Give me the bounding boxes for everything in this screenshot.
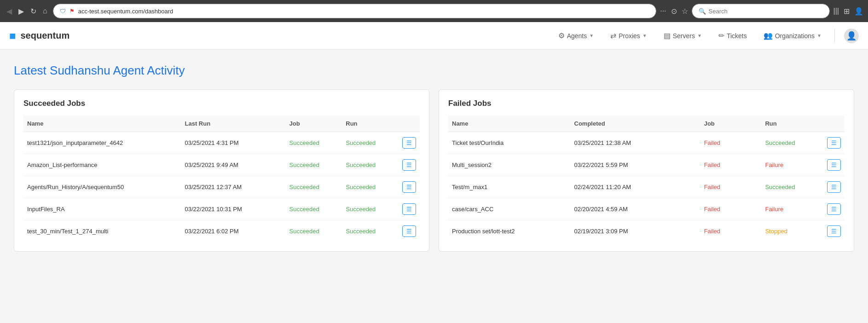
search-bar[interactable]: 🔍: [692, 4, 830, 18]
cell-name: Test/m_max1: [448, 176, 571, 198]
top-navigation: ■ sequentum ⚙ Agents ▼ ⇄ Proxies ▼ ▤ Ser…: [0, 22, 868, 50]
status-badge: Succeeded: [765, 139, 795, 146]
star-icon[interactable]: ☆: [682, 7, 688, 16]
succeeded-jobs-table: Name Last Run Job Run test1321/json_inpu…: [23, 115, 420, 242]
status-badge: Succeeded: [346, 162, 376, 168]
details-button[interactable]: ☰: [402, 137, 416, 149]
shield-icon: 🛡: [60, 8, 66, 15]
col-header-job: Job: [286, 115, 342, 132]
nav-divider: [834, 29, 835, 43]
status-badge: Succeeded: [289, 228, 319, 235]
logo-icon: ■: [9, 29, 16, 42]
cell-action: ☰: [823, 220, 845, 242]
status-badge: Failed: [704, 228, 720, 235]
browser-actions: ··· ⊙ ☆: [660, 7, 688, 16]
cell-run: Failure: [761, 154, 823, 176]
details-button[interactable]: ☰: [827, 159, 841, 171]
cell-name: case/cars_ACC: [448, 198, 571, 220]
cell-lastrun: 03/25/2021 9:49 AM: [181, 154, 286, 176]
table-row: test_30_min/Test_1_274_multi 03/22/2021 …: [23, 220, 420, 242]
details-button[interactable]: ☰: [402, 203, 416, 215]
cell-completed: 02/24/2021 11:20 AM: [571, 176, 700, 198]
failed-jobs-title: Failed Jobs: [448, 99, 845, 108]
details-button[interactable]: ☰: [402, 181, 416, 193]
cell-action: ☰: [823, 198, 845, 220]
search-input[interactable]: [709, 8, 823, 15]
reload-button[interactable]: ↻: [29, 5, 38, 17]
cell-job: Failed: [700, 220, 762, 242]
table-row: test1321/json_inputparameter_4642 03/25/…: [23, 132, 420, 154]
status-badge: Failed: [704, 206, 720, 213]
col-header-name-f: Name: [448, 115, 571, 132]
nav-organizations[interactable]: 👥 Organizations ▼: [760, 29, 825, 43]
cell-action: ☰: [399, 220, 420, 242]
cell-name: Agents/Run_History/A/sequentum50: [23, 176, 181, 198]
back-button[interactable]: ◀: [5, 5, 14, 17]
cell-lastrun: 03/25/2021 12:37 AM: [181, 176, 286, 198]
nav-tickets-label: Tickets: [727, 32, 747, 40]
nav-proxies-label: Proxies: [619, 32, 640, 40]
cell-job: Succeeded: [286, 176, 342, 198]
status-badge: Succeeded: [346, 206, 376, 213]
details-button[interactable]: ☰: [827, 181, 841, 193]
home-button[interactable]: ⌂: [41, 5, 49, 17]
cell-name: test1321/json_inputparameter_4642: [23, 132, 181, 154]
cell-completed: 03/22/2021 5:59 PM: [571, 154, 700, 176]
pocket-icon[interactable]: ⊙: [671, 7, 677, 16]
user-avatar[interactable]: 👤: [844, 29, 859, 43]
cell-name: test_30_min/Test_1_274_multi: [23, 220, 181, 242]
nav-tickets[interactable]: ✏ Tickets: [715, 29, 751, 43]
status-badge: Succeeded: [346, 184, 376, 190]
nav-servers[interactable]: ▤ Servers ▼: [660, 29, 706, 43]
status-badge: Failed: [704, 162, 720, 168]
bookmarks-icon[interactable]: |||: [833, 7, 839, 15]
details-button[interactable]: ☰: [827, 225, 841, 237]
forward-button[interactable]: ▶: [17, 5, 26, 17]
table-row: Production set/lott-test2 02/19/2021 3:0…: [448, 220, 845, 242]
status-badge: Succeeded: [346, 228, 376, 235]
status-badge: Succeeded: [765, 184, 795, 190]
layout-icon[interactable]: ⊞: [844, 7, 850, 16]
cell-lastrun: 03/22/2021 10:31 PM: [181, 198, 286, 220]
status-badge: Failure: [765, 162, 783, 168]
col-header-action-f: [823, 115, 845, 132]
status-badge: Succeeded: [289, 162, 319, 168]
sequentum-icon: ⚑: [69, 8, 75, 14]
cell-job: Failed: [700, 198, 762, 220]
details-button[interactable]: ☰: [402, 225, 416, 237]
address-bar[interactable]: 🛡 ⚑ acc-test.sequentum.com/dashboard: [53, 4, 657, 18]
columns-layout: Succeeded Jobs Name Last Run Job Run tes…: [14, 89, 854, 252]
status-badge: Failure: [765, 206, 783, 213]
servers-dropdown-icon: ▼: [697, 33, 702, 38]
cell-run: Failure: [761, 198, 823, 220]
cell-job: Succeeded: [286, 220, 342, 242]
cell-run: Succeeded: [342, 176, 399, 198]
cell-run: Succeeded: [342, 154, 399, 176]
server-icon: ▤: [664, 31, 671, 40]
cell-job: Succeeded: [286, 132, 342, 154]
details-button[interactable]: ☰: [402, 159, 416, 171]
col-header-run-f: Run: [761, 115, 823, 132]
cell-run: Succeeded: [761, 132, 823, 154]
proxy-icon: ⇄: [610, 31, 616, 40]
status-badge: Failed: [704, 139, 720, 146]
details-button[interactable]: ☰: [827, 137, 841, 149]
page-content: Latest Sudhanshu Agent Activity Succeede…: [0, 50, 868, 323]
cell-job: Failed: [700, 176, 762, 198]
nav-agents[interactable]: ⚙ Agents ▼: [555, 29, 598, 43]
details-button[interactable]: ☰: [827, 203, 841, 215]
col-header-action: [399, 115, 420, 132]
nav-proxies[interactable]: ⇄ Proxies ▼: [607, 29, 651, 43]
failed-jobs-table: Name Completed Job Run Ticket test/OurIn…: [448, 115, 845, 242]
succeeded-jobs-title: Succeeded Jobs: [23, 99, 420, 108]
more-button[interactable]: ···: [660, 7, 666, 15]
agent-icon: ⚙: [558, 31, 565, 40]
url-display: acc-test.sequentum.com/dashboard: [78, 8, 650, 15]
profile-icon[interactable]: 👤: [854, 7, 863, 16]
status-badge: Succeeded: [289, 184, 319, 190]
col-header-name: Name: [23, 115, 181, 132]
cell-job: Succeeded: [286, 198, 342, 220]
cell-completed: 03/25/2021 12:38 AM: [571, 132, 700, 154]
status-badge: Succeeded: [289, 206, 319, 213]
table-row: Test/m_max1 02/24/2021 11:20 AM Failed S…: [448, 176, 845, 198]
